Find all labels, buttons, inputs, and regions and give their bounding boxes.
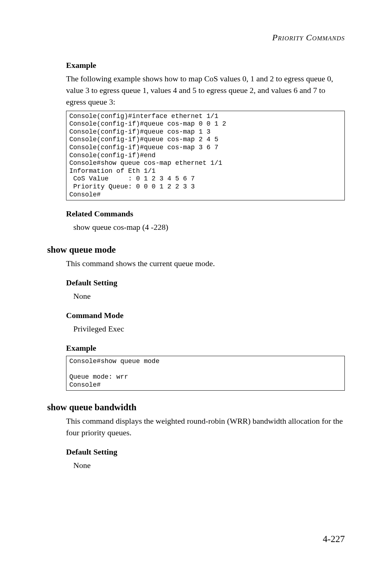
show-queue-mode-desc: This command shows the current queue mod… [47,258,345,269]
default-setting-value-2: None [47,460,345,471]
related-commands-text: show queue cos-map (4 -228) [47,221,345,233]
example-code-block: Console(config)#interface ethernet 1/1 C… [66,111,345,201]
default-setting-heading-1: Default Setting [47,278,345,288]
default-setting-heading-2: Default Setting [47,447,345,457]
show-queue-mode-title: show queue mode [47,245,345,255]
show-queue-bandwidth-title: show queue bandwidth [47,402,345,412]
related-commands-heading: Related Commands [47,209,345,219]
show-queue-bandwidth-desc: This command displays the weighted round… [47,415,345,439]
example-heading: Example [47,61,345,70]
example-heading-2: Example [47,343,345,353]
example-code-block-2: Console#show queue mode Queue mode: wrr … [66,356,345,391]
default-setting-value-1: None [47,290,345,302]
example-body: The following example shows how to map C… [47,73,345,108]
page-number: 4-227 [323,534,345,545]
command-mode-value: Privileged Exec [47,323,345,335]
page-header: Priority Commands [47,33,345,42]
command-mode-heading: Command Mode [47,311,345,320]
